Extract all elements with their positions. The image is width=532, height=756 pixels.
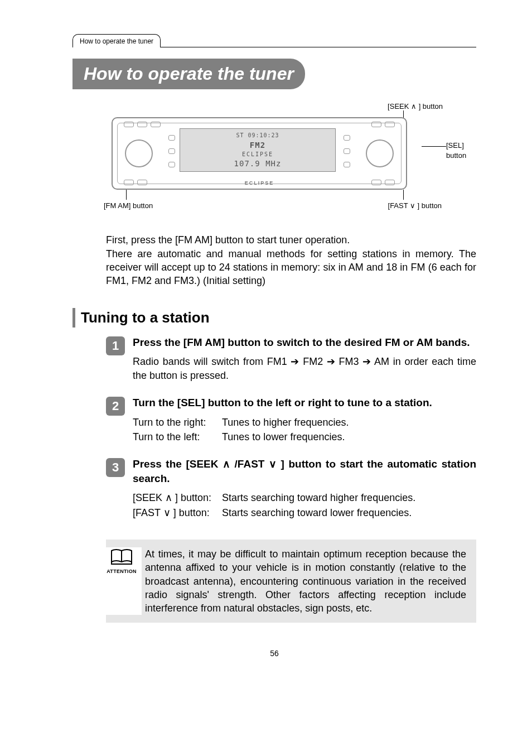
func-button <box>371 180 381 185</box>
preset-3 <box>168 162 175 167</box>
detail-value: Tunes to lower frequencies. <box>222 430 345 444</box>
step-2: 2 Turn the [SEL] button to the left or r… <box>106 396 476 454</box>
sound-button <box>371 122 381 127</box>
attention-label: ATTENTION <box>107 568 137 575</box>
screen-line3: ECLIPSE <box>242 151 273 158</box>
device-brand: ECLIPSE <box>245 180 274 186</box>
device-faceplate: ST 09:10:23 FM2 ECLIPSE 107.9 MHz ECLIPS… <box>112 117 407 190</box>
preset-1 <box>168 135 175 141</box>
callout-seek-up: [SEEK ∧ ] button <box>388 102 443 112</box>
step-detail: [SEEK ∧ ] button: Starts searching towar… <box>133 491 476 519</box>
disp-button <box>385 122 395 127</box>
attention-icon-column: ATTENTION <box>106 547 142 615</box>
preset-5 <box>344 148 350 154</box>
step-1: 1 Press the [FM AM] button to switch to … <box>106 335 476 392</box>
step-body: Press the [SEEK ∧ /FAST ∨ ] button to st… <box>133 457 476 529</box>
step-body: Press the [FM AM] button to switch to th… <box>133 335 476 392</box>
page-title: How to operate the tuner <box>72 59 305 89</box>
step-3: 3 Press the [SEEK ∧ /FAST ∨ ] button to … <box>106 457 476 529</box>
preset-2 <box>168 148 175 154</box>
detail-value: Starts searching toward higher frequenci… <box>222 491 415 504</box>
section-heading: Tuning to a station <box>72 308 476 328</box>
detail-value: Starts searching toward lower frequencie… <box>222 506 412 519</box>
ecom-button <box>137 122 147 127</box>
screen-line2: FM2 <box>250 140 265 151</box>
preset-4 <box>344 135 350 141</box>
callout-line <box>422 146 446 147</box>
detail-label: Turn to the left: <box>133 430 222 444</box>
step-detail: Turn to the right: Tunes to higher frequ… <box>133 416 476 444</box>
header-tab: How to operate the tuner <box>72 34 161 47</box>
detail-row: [SEEK ∧ ] button: Starts searching towar… <box>133 491 476 504</box>
open-button <box>151 122 161 127</box>
book-icon <box>110 547 133 566</box>
step-detail: Radio bands will switch from FM1 ➔ FM2 ➔… <box>133 355 476 382</box>
detail-label: [FAST ∨ ] button: <box>133 506 222 519</box>
step-title: Press the [SEEK ∧ /FAST ∨ ] button to st… <box>133 457 476 485</box>
title-pill-wrapper: How to operate the tuner <box>72 55 476 89</box>
step-body: Turn the [SEL] button to the left or rig… <box>133 396 476 454</box>
attention-text: At times, it may be difficult to maintai… <box>142 547 466 615</box>
intro-text: First, press the [FM AM] button to start… <box>106 233 476 287</box>
header-row: How to operate the tuner <box>72 33 476 47</box>
detail-row: [FAST ∨ ] button: Starts searching towar… <box>133 506 476 519</box>
callout-fast-down: [FAST ∨ ] button <box>388 201 442 211</box>
callout-sel: [SEL] button <box>446 141 480 160</box>
callout-line <box>126 190 127 200</box>
step-number: 3 <box>106 458 125 477</box>
page-number: 56 <box>72 648 476 659</box>
step-title: Press the [FM AM] button to switch to th… <box>133 335 476 350</box>
detail-row: Turn to the left: Tunes to lower frequen… <box>133 430 476 444</box>
step-number: 1 <box>106 336 125 355</box>
detail-row: Turn to the right: Tunes to higher frequ… <box>133 416 476 429</box>
step-title: Turn the [SEL] button to the left or rig… <box>133 396 476 410</box>
detail-label: [SEEK ∧ ] button: <box>133 491 222 504</box>
detail-value: Tunes to higher frequencies. <box>222 416 349 429</box>
pwr-button <box>137 180 147 185</box>
detail-label: Turn to the right: <box>133 416 222 429</box>
rtn-button <box>385 180 395 185</box>
step-number: 2 <box>106 397 125 416</box>
fmam-button <box>124 180 134 185</box>
screen-line1: ST 09:10:23 <box>236 132 279 139</box>
attention-block: ATTENTION At times, it may be difficult … <box>106 540 476 623</box>
disc-button <box>124 122 134 127</box>
callout-line <box>403 190 404 200</box>
callout-fm-am: [FM AM] button <box>104 201 153 211</box>
screen-line4: 107.9 MHz <box>234 158 282 169</box>
device-diagram: [SEEK ∧ ] button [SEL] button ST 09:10:2… <box>72 105 476 216</box>
device-screen: ST 09:10:23 FM2 ECLIPSE 107.9 MHz <box>180 128 336 172</box>
preset-6 <box>344 162 350 167</box>
